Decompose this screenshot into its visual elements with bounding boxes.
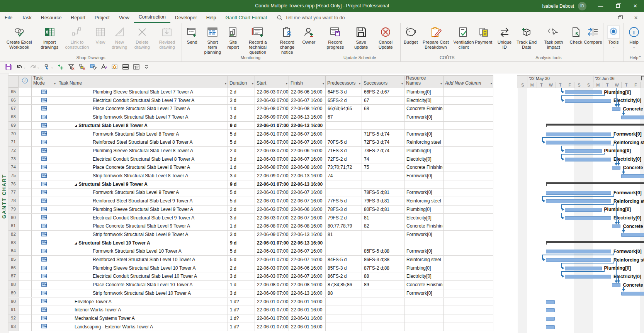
duration-cell[interactable]: 5 d xyxy=(228,197,255,206)
task-name-cell[interactable]: Place Concrete Structural Slab Level 10 … xyxy=(57,281,228,289)
start-cell[interactable]: 22-06-03 07:00 xyxy=(255,88,289,97)
site-report-button[interactable]: Site report xyxy=(224,24,241,50)
task-name-cell[interactable]: ◢Structural Slab Level 10 Tower A xyxy=(57,239,228,248)
add-new-column-cell[interactable] xyxy=(443,323,493,331)
row-number[interactable]: 82 xyxy=(8,231,19,239)
task-bar[interactable] xyxy=(565,216,611,220)
row-number[interactable]: 67 xyxy=(8,105,19,113)
info-cell[interactable] xyxy=(19,172,32,180)
row-number[interactable]: 66 xyxy=(8,97,19,105)
task-bar[interactable] xyxy=(546,258,611,262)
task-name-cell[interactable]: Strip formwork Structural Slab Level 9 T… xyxy=(57,231,228,239)
resource-names-cell[interactable] xyxy=(404,314,443,323)
row-number[interactable]: 72 xyxy=(8,147,19,155)
column-header-resource-names[interactable]: Resource Names▾ xyxy=(404,76,443,88)
summary-bar[interactable] xyxy=(546,241,644,243)
task-bar[interactable] xyxy=(546,141,611,144)
add-new-column-cell[interactable] xyxy=(443,247,493,256)
info-cell[interactable] xyxy=(19,214,32,223)
row-number[interactable]: 84 xyxy=(8,247,19,256)
duration-cell[interactable]: 1 d xyxy=(228,281,255,289)
successors-cell[interactable]: 80FS-2 d;81 xyxy=(362,206,404,214)
compare-button[interactable]: Compare xyxy=(585,24,602,45)
task-bar[interactable] xyxy=(565,267,602,270)
task-name-cell[interactable]: Formwork Structural Slab Level 8 Tower A xyxy=(57,130,228,139)
add-new-column-cell[interactable] xyxy=(443,222,493,231)
start-cell[interactable]: 22-06-03 07:00 xyxy=(255,155,289,164)
add-new-column-cell[interactable] xyxy=(443,256,493,264)
resource-names-cell[interactable]: Formwork[0] xyxy=(404,113,443,122)
successors-cell[interactable]: 81 xyxy=(362,214,404,223)
predecessors-cell[interactable] xyxy=(326,180,362,189)
create-excel-workbook-button[interactable]: Create Excel Workbook xyxy=(2,24,37,50)
task-name-cell[interactable]: Electrical Conduit Structural Slab Level… xyxy=(57,272,228,281)
collapse-ribbon-icon[interactable]: ⌃ xyxy=(638,55,642,60)
info-cell[interactable] xyxy=(19,323,32,331)
tab-view[interactable]: View xyxy=(114,12,134,23)
add-new-column-cell[interactable] xyxy=(443,289,493,298)
predecessors-cell[interactable]: 74 xyxy=(326,172,362,180)
finish-cell[interactable]: 22-06-07 16:00 xyxy=(289,272,326,281)
task-mode-cell[interactable] xyxy=(32,189,57,197)
add-new-column-cell[interactable] xyxy=(443,314,493,323)
start-cell[interactable]: 22-06-03 07:00 xyxy=(255,97,289,105)
row-number[interactable]: 90 xyxy=(8,298,19,306)
add-new-column-cell[interactable] xyxy=(443,88,493,97)
row-number[interactable]: 70 xyxy=(8,130,19,139)
clear-group-button[interactable] xyxy=(77,63,88,72)
predecessors-cell[interactable]: 72FS-2 d xyxy=(326,155,362,164)
text-styles-button[interactable] xyxy=(99,63,109,72)
add-new-column-cell[interactable] xyxy=(443,163,493,172)
predecessors-cell[interactable] xyxy=(326,189,362,197)
predecessors-cell[interactable]: 70FS-5 d xyxy=(326,138,362,147)
task-name-cell[interactable]: Place Concrete Structural Slab Level 8 T… xyxy=(57,163,228,172)
successors-cell[interactable] xyxy=(362,113,404,122)
successors-cell[interactable] xyxy=(362,239,404,248)
start-cell[interactable]: 22-06-01 07:00 xyxy=(255,130,289,139)
add-new-column-cell[interactable] xyxy=(443,189,493,197)
predecessors-cell[interactable]: 85FS-3 d xyxy=(326,264,362,273)
task-name-cell[interactable]: Reinforced Steel Structural Slab Level 8… xyxy=(57,138,228,147)
collapse-marker-icon[interactable]: ◢ xyxy=(75,241,77,245)
row-number-header[interactable] xyxy=(8,76,19,88)
filter-arrow-icon[interactable]: ▾ xyxy=(490,81,492,86)
successors-cell[interactable] xyxy=(362,172,404,180)
duration-cell[interactable]: 5 d xyxy=(228,247,255,256)
predecessors-cell[interactable]: 77FS-5 d xyxy=(326,197,362,206)
payment-button[interactable]: Payment xyxy=(475,24,492,45)
row-number[interactable]: 83 xyxy=(8,239,19,248)
budget-button[interactable]: Budget xyxy=(402,24,419,45)
finish-cell[interactable]: 22-06-13 16:00 xyxy=(289,113,326,122)
predecessors-cell[interactable] xyxy=(326,247,362,256)
collapse-marker-icon[interactable]: ◢ xyxy=(75,183,77,186)
add-new-column-cell[interactable] xyxy=(443,214,493,223)
successors-cell[interactable]: 86FS-3 d;88 xyxy=(362,256,404,264)
add-new-column-cell[interactable] xyxy=(443,105,493,113)
predecessors-cell[interactable] xyxy=(326,323,362,331)
task-bar[interactable] xyxy=(546,133,611,136)
task-name-cell[interactable]: Electrical Conduit Structural Slab Level… xyxy=(57,155,228,164)
add-new-column-cell[interactable] xyxy=(443,281,493,289)
info-cell[interactable] xyxy=(19,189,32,197)
duration-cell[interactable]: 1 d xyxy=(228,222,255,231)
resource-names-cell[interactable]: Electricity[0] xyxy=(404,97,443,105)
successors-cell[interactable]: 85FS-5 d;88 xyxy=(362,247,404,256)
column-header-successors[interactable]: Successors▾ xyxy=(362,76,404,88)
row-number[interactable]: 85 xyxy=(8,256,19,264)
duration-cell[interactable]: 2 d xyxy=(228,264,255,273)
info-cell[interactable] xyxy=(19,197,32,206)
successors-cell[interactable]: 78FS-5 d;81 xyxy=(362,189,404,197)
predecessors-cell[interactable]: 73;70;71;72 xyxy=(326,163,362,172)
task-name-cell[interactable]: Strip formwork Structural Slab Level 8 T… xyxy=(57,172,228,180)
tab-report[interactable]: Report xyxy=(66,12,90,23)
add-new-column-cell[interactable] xyxy=(443,298,493,306)
doc-restore-icon[interactable] xyxy=(612,12,628,23)
info-cell[interactable] xyxy=(19,298,32,306)
task-name-cell[interactable]: Reinforced Steel Structural Slab Level 1… xyxy=(57,256,228,264)
row-number[interactable]: 91 xyxy=(8,306,19,314)
add-new-column-cell[interactable] xyxy=(443,197,493,206)
task-bar[interactable] xyxy=(565,99,611,103)
duration-cell[interactable]: 2 d xyxy=(228,147,255,155)
row-number[interactable]: 65 xyxy=(8,88,19,97)
start-cell[interactable]: 22-06-03 07:00 xyxy=(255,272,289,281)
